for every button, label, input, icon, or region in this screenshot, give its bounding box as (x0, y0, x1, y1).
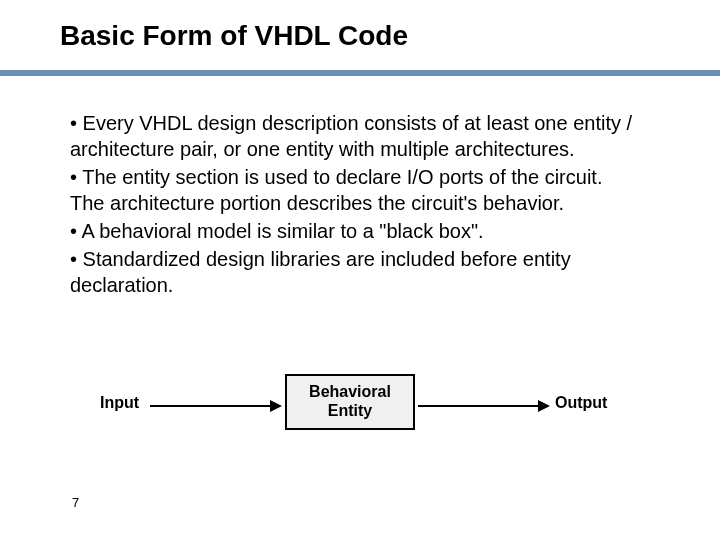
slide-title: Basic Form of VHDL Code (60, 20, 408, 52)
title-underline (0, 70, 720, 76)
bullet-item: • Every VHDL design description consists… (70, 110, 640, 162)
diagram-output-label: Output (555, 394, 607, 412)
diagram-box: Behavioral Entity (285, 374, 415, 430)
bullet-item: • Standardized design libraries are incl… (70, 246, 640, 298)
diagram: Input Behavioral Entity Output (100, 370, 620, 450)
bullet-item: • The entity section is used to declare … (70, 164, 640, 216)
arrow-icon (418, 398, 548, 414)
slide: Basic Form of VHDL Code • Every VHDL des… (0, 0, 720, 540)
body-text: • Every VHDL design description consists… (70, 110, 640, 300)
diagram-box-line1: Behavioral (287, 382, 413, 401)
bullet-item: • A behavioral model is similar to a "bl… (70, 218, 640, 244)
diagram-input-label: Input (100, 394, 139, 412)
page-number: 7 (72, 495, 79, 510)
svg-marker-1 (270, 400, 282, 412)
arrow-icon (150, 398, 280, 414)
diagram-box-line2: Entity (287, 401, 413, 420)
svg-marker-3 (538, 400, 550, 412)
